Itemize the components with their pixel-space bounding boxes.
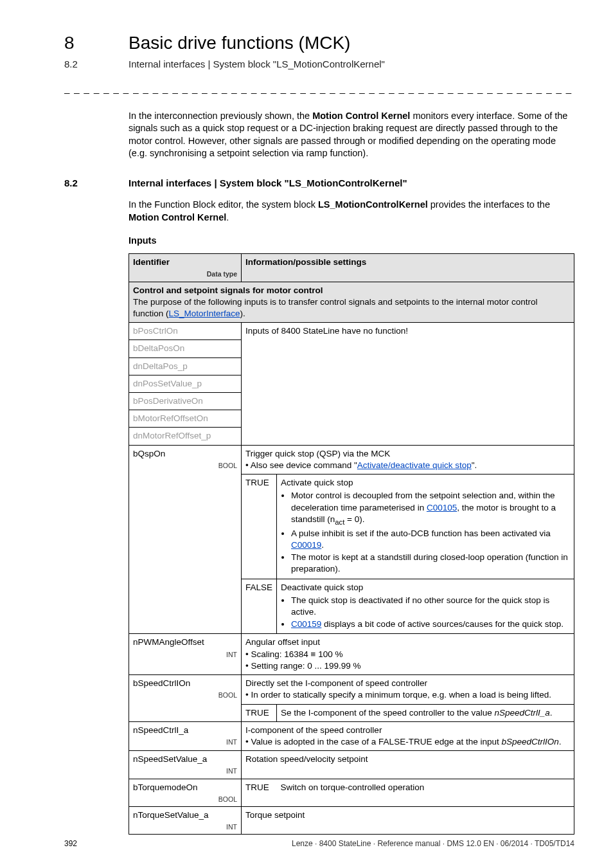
link-c00159[interactable]: C00159 <box>291 619 321 629</box>
pwm-desc: Angular offset input • Scaling: 16384 ≡ … <box>242 634 574 675</box>
table-row: dnDeltaPos_p <box>129 357 242 375</box>
link-c00105[interactable]: C00105 <box>427 503 457 512</box>
table-row: bPosCtrlOn <box>129 323 242 340</box>
group-header: Control and setpoint signals for motor c… <box>129 282 574 323</box>
btm-true-desc: Switch on torque-controlled operation <box>277 779 574 806</box>
section-title: Internal interfaces | System block "LS_M… <box>129 177 407 188</box>
section-number: 8.2 <box>64 177 129 190</box>
section-title-small: Internal interfaces | System block "LS_M… <box>129 59 385 69</box>
bsci-true-label: TRUE <box>242 704 277 721</box>
bqsp-false-label: FALSE <box>242 579 277 634</box>
bqsp-true-label: TRUE <box>242 475 277 579</box>
chapter-header: 8Basic drive functions (MCK) <box>64 31 574 55</box>
row-btm: bTorquemodeOn BOOL <box>129 779 242 806</box>
col-datatype: Data type <box>133 269 237 278</box>
table-row: dnPosSetValue_p <box>129 375 242 392</box>
section-paragraph: In the Function Block editor, the system… <box>129 199 574 224</box>
col-identifier: Identifier Data type <box>129 254 242 282</box>
table-row: dnMotorRefOffset_p <box>129 428 242 445</box>
section-header-line: 8.2Internal interfaces | System block "L… <box>64 58 574 71</box>
page-number: 392 <box>64 838 77 849</box>
bsci-desc: Directly set the I-component of speed co… <box>242 675 574 704</box>
bqsp-true-desc: Activate quick stop Motor control is dec… <box>277 475 574 579</box>
ntsv-desc: Torque setpoint <box>242 806 574 834</box>
inputs-label: Inputs <box>129 235 574 248</box>
row-nsci: nSpeedCtrlI_a INT <box>129 721 242 750</box>
row-ntsv: nTorqueSetValue_a INT <box>129 806 242 834</box>
page-footer: 392 Lenze · 8400 StateLine · Reference m… <box>64 838 574 849</box>
table-row: bMotorRefOffsetOn <box>129 410 242 428</box>
btm-true-label: TRUE <box>242 779 277 806</box>
table-row: bPosDerivativeOn <box>129 393 242 410</box>
nofunc-cell: Inputs of 8400 StateLine have no functio… <box>242 323 574 446</box>
row-bsci: bSpeedCtrlIOn BOOL <box>129 675 242 722</box>
link-activate-qstop[interactable]: Activate/deactivate quick stop <box>357 460 472 470</box>
section-heading: 8.2Internal interfaces | System block "L… <box>64 177 574 190</box>
link-c00019[interactable]: C00019 <box>291 540 321 550</box>
bsci-true-desc: Se the I-component of the speed controll… <box>277 704 574 721</box>
chapter-number: 8 <box>64 31 129 55</box>
inputs-table: Identifier Data type Information/possibl… <box>129 253 574 835</box>
row-pwm: nPWMAngleOffset INT <box>129 634 242 675</box>
nsci-desc: I-component of the speed controller • Va… <box>242 721 574 750</box>
bqsp-false-desc: Deactivate quick stop The quick stop is … <box>277 579 574 634</box>
nssv-desc: Rotation speed/velocity setpoint <box>242 751 574 779</box>
row-nssv: nSpeedSetValue_a INT <box>129 751 242 779</box>
link-ls-motorinterface[interactable]: LS_MotorInterface <box>169 309 240 318</box>
intro-paragraph: In the interconnection previously shown,… <box>129 110 574 160</box>
footer-meta: Lenze · 8400 StateLine · Reference manua… <box>292 838 574 849</box>
section-number-small: 8.2 <box>64 58 129 71</box>
table-row: bDeltaPosOn <box>129 340 242 357</box>
dashed-rule: _ _ _ _ _ _ _ _ _ _ _ _ _ _ _ _ _ _ _ _ … <box>64 82 574 95</box>
bqsp-desc: Trigger quick stop (QSP) via the MCK • A… <box>242 445 574 474</box>
col-info: Information/possible settings <box>242 254 574 282</box>
chapter-title: Basic drive functions (MCK) <box>129 33 350 53</box>
row-bqsp: bQspOn BOOL <box>129 445 242 634</box>
